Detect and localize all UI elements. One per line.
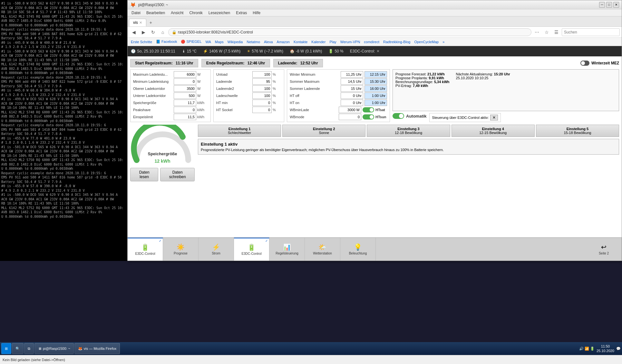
steuerung-close-button[interactable]: ✕	[490, 115, 498, 120]
menu-datei[interactable]: Datei	[129, 10, 143, 16]
winterzeit-toggle[interactable]	[580, 61, 589, 66]
einstellung-4-button[interactable]: Einstellung 412-15 Bewölkung	[452, 125, 535, 137]
bookmark-maps[interactable]: Maps	[214, 39, 225, 44]
close-button[interactable]: ✕	[613, 2, 619, 8]
bookmark-kalender[interactable]: Kalender	[310, 39, 327, 44]
bookmark-erste-schritte[interactable]: Erste Schritte	[130, 39, 153, 44]
taskbar-terminal[interactable]: 🖥 pi@Raspi1500: ~	[34, 343, 74, 354]
new-tab-button[interactable]: +	[147, 19, 155, 26]
param-input-2[interactable]	[364, 78, 387, 85]
param-label: Sommer Maximum	[290, 80, 339, 83]
reload-button[interactable]: ↻	[149, 28, 157, 36]
bottom-tab-e3dc-control[interactable]: ✓ 🔋 E3DC-Control	[234, 238, 269, 261]
bookmark-werum[interactable]: Werum-VPN	[339, 39, 362, 44]
bookmark-radtrekking[interactable]: Radtrekking-Blog	[382, 39, 412, 44]
param-label: HT off	[290, 94, 339, 98]
settings-button[interactable]: ⋯	[533, 28, 541, 36]
tab-close-button[interactable]: ✕	[139, 21, 142, 25]
forecast-datum: 25.10.2020 10:10:25	[456, 76, 510, 80]
tab-vis[interactable]: vis ✕	[129, 19, 146, 26]
bookmark-netatmo[interactable]: Netatmo	[245, 39, 261, 44]
taskbar-firefox[interactable]: 🦊 vis — Mozilla Firefox	[74, 343, 120, 354]
home-button[interactable]: ⌂	[159, 28, 167, 36]
menu-lesezeichen[interactable]: Lesezeichen	[206, 10, 233, 16]
param-input[interactable]	[341, 78, 363, 85]
menu-extras[interactable]: Extras	[233, 10, 249, 16]
bottom-tab-wetterstation[interactable]: 🌤️ Wetterstation	[305, 238, 340, 261]
param-input[interactable]	[252, 78, 272, 85]
address-bar[interactable]: 🔒 raspi1500-iobroker:8082/vis/#E3DC-Cont…	[168, 28, 531, 36]
param-input-2[interactable]	[364, 92, 387, 99]
bottom-tab-e3dc-control[interactable]: ✓ 🔋 E3DC-Control	[128, 238, 163, 261]
bookmark-facebook[interactable]: 📘 Facebook	[155, 39, 178, 44]
param-input[interactable]	[252, 85, 272, 92]
forward-button[interactable]: ▶	[139, 28, 148, 36]
param-label: HT Sockel	[216, 108, 252, 112]
menu-hilfe[interactable]: Hilfe	[250, 10, 263, 16]
bookmark-comdirect[interactable]: comdirect	[363, 39, 381, 44]
param-input[interactable]	[252, 71, 272, 78]
bookmark-opencyclemap[interactable]: OpenCycleMap	[413, 39, 440, 44]
info-close-icon[interactable]: ✕	[376, 49, 380, 53]
bookmark-spiegel[interactable]: 🔴 SPIEGEL	[180, 39, 203, 44]
automatik-toggle[interactable]	[393, 113, 404, 119]
menu-chronik[interactable]: Chronik	[187, 10, 205, 16]
forecast-right: Nächste Aktualisierung: 15:20 Uhr 25.10.…	[456, 72, 510, 88]
start-button[interactable]: ⊞	[1, 343, 11, 354]
search-input[interactable]	[562, 28, 620, 36]
toggle-label: HTsat	[375, 108, 387, 112]
param-input[interactable]	[339, 114, 361, 120]
toggle-switch[interactable]	[363, 114, 374, 120]
einstellung-2-button[interactable]: Einstellung 2Sonne	[282, 125, 365, 137]
back-button[interactable]: ◀	[130, 28, 138, 36]
bookmark-wa[interactable]: WA	[204, 39, 212, 44]
param-input[interactable]	[341, 100, 363, 106]
param-input[interactable]	[339, 107, 361, 113]
task-view-button[interactable]: ⧉	[24, 343, 34, 354]
param-input-2[interactable]	[364, 100, 387, 106]
param-input[interactable]	[341, 85, 363, 92]
param-input-2[interactable]	[364, 71, 387, 78]
param-input[interactable]	[174, 100, 196, 106]
bookmark-more[interactable]: »	[441, 39, 446, 44]
bookmark-play[interactable]: Play	[328, 39, 337, 44]
bottom-tab-prognose[interactable]: ☀️ Prognose	[163, 238, 199, 261]
param-input[interactable]	[174, 78, 196, 85]
einstellung-1-button[interactable]: Einstellung 1Schlechtwetter	[198, 125, 281, 137]
menu-ansicht[interactable]: Ansicht	[168, 10, 186, 16]
einstellung-5-button[interactable]: Einstellung 515-18 Bewölkung	[536, 125, 619, 137]
bookmark-alexa[interactable]: Alexa	[263, 39, 274, 44]
search-taskbar-button[interactable]: 🔍	[12, 343, 24, 354]
param-input[interactable]	[174, 92, 196, 99]
einstellung-3-button[interactable]: Einstellung 312-18 Bewölkung	[367, 125, 450, 137]
bookmark-wikipedia[interactable]: Wikipedia	[226, 39, 244, 44]
menu-bearbeiten[interactable]: Bearbeiten	[144, 10, 168, 16]
param-input[interactable]	[174, 85, 196, 92]
minimize-button[interactable]: ─	[599, 2, 605, 8]
bookmark-kontakte[interactable]: Kontakte	[292, 39, 309, 44]
param-input[interactable]	[252, 92, 272, 99]
bottom-tab-strom[interactable]: ⚡ Strom	[199, 238, 234, 261]
menu-button[interactable]: ☰	[552, 28, 560, 36]
toggle-switch[interactable]	[363, 107, 374, 112]
berechnungs-value: 5,34 kWh	[434, 80, 450, 84]
param-input[interactable]	[174, 71, 196, 78]
param-input[interactable]	[341, 92, 363, 99]
param-right-row: WBmode HTsun	[290, 113, 387, 120]
param-input[interactable]	[174, 114, 196, 120]
bookmark-amazon[interactable]: Amazon	[276, 39, 291, 44]
param-input-2[interactable]	[364, 85, 387, 92]
daten-schreiben-button[interactable]: Daten schreiben	[160, 168, 195, 181]
bottom-tab-regelsteuerung[interactable]: 📊 Regelsteuerung	[269, 238, 305, 261]
tab-label: Strom	[212, 252, 220, 255]
param-input[interactable]	[341, 71, 363, 78]
param-input[interactable]	[252, 107, 272, 113]
param-mid-row: Ladeende %	[216, 78, 281, 85]
bookmark-button[interactable]: ☆	[542, 28, 551, 36]
param-input[interactable]	[252, 100, 272, 106]
param-input[interactable]	[174, 107, 196, 113]
maximize-button[interactable]: □	[606, 2, 612, 8]
bottom-tab-seite-2[interactable]: ↩ Seite 2	[586, 238, 622, 261]
daten-lesen-button[interactable]: Daten lesen	[130, 168, 158, 181]
bottom-tab-beleuchtung[interactable]: 💡 Beleuchtung	[340, 238, 376, 261]
